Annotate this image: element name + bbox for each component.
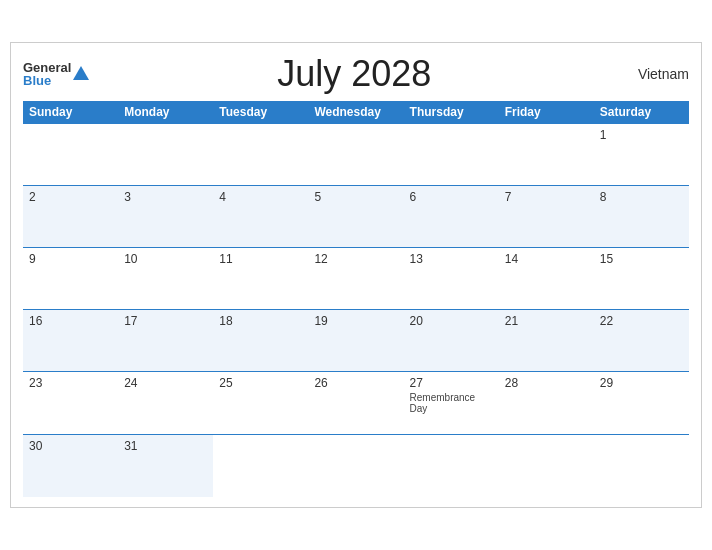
- day-number: 4: [219, 190, 226, 204]
- calendar-cell: 1: [594, 124, 689, 186]
- weekday-header-row: SundayMondayTuesdayWednesdayThursdayFrid…: [23, 101, 689, 124]
- calendar-cell: 7: [499, 186, 594, 248]
- week-row-3: 16171819202122: [23, 310, 689, 372]
- day-number: 17: [124, 314, 137, 328]
- day-number: 16: [29, 314, 42, 328]
- week-row-1: 2345678: [23, 186, 689, 248]
- calendar-cell: 15: [594, 248, 689, 310]
- calendar-cell: 14: [499, 248, 594, 310]
- event-label: Remembrance Day: [410, 392, 493, 414]
- weekday-header-sunday: Sunday: [23, 101, 118, 124]
- day-number: 12: [314, 252, 327, 266]
- calendar-cell: 11: [213, 248, 308, 310]
- calendar-cell: [594, 435, 689, 497]
- logo: General Blue: [23, 61, 89, 87]
- calendar-cell: [404, 124, 499, 186]
- calendar-cell: [499, 124, 594, 186]
- weekday-header-wednesday: Wednesday: [308, 101, 403, 124]
- calendar-cell: 25: [213, 372, 308, 435]
- calendar-cell: 4: [213, 186, 308, 248]
- day-number: 2: [29, 190, 36, 204]
- week-row-2: 9101112131415: [23, 248, 689, 310]
- calendar-cell: 6: [404, 186, 499, 248]
- day-number: 11: [219, 252, 232, 266]
- day-number: 21: [505, 314, 518, 328]
- day-number: 30: [29, 439, 42, 453]
- day-number: 22: [600, 314, 613, 328]
- day-number: 24: [124, 376, 137, 390]
- week-row-5: 3031: [23, 435, 689, 497]
- calendar-cell: 30: [23, 435, 118, 497]
- calendar-cell: [118, 124, 213, 186]
- weekday-header-monday: Monday: [118, 101, 213, 124]
- calendar-cell: 9: [23, 248, 118, 310]
- calendar-cell: 8: [594, 186, 689, 248]
- calendar-table: SundayMondayTuesdayWednesdayThursdayFrid…: [23, 101, 689, 497]
- day-number: 10: [124, 252, 137, 266]
- day-number: 19: [314, 314, 327, 328]
- calendar-cell: 20: [404, 310, 499, 372]
- day-number: 26: [314, 376, 327, 390]
- calendar-cell: [23, 124, 118, 186]
- calendar-cell: 2: [23, 186, 118, 248]
- day-number: 29: [600, 376, 613, 390]
- calendar-cell: 12: [308, 248, 403, 310]
- weekday-header-saturday: Saturday: [594, 101, 689, 124]
- calendar-cell: [213, 435, 308, 497]
- calendar-cell: 21: [499, 310, 594, 372]
- calendar-cell: [213, 124, 308, 186]
- calendar-cell: 26: [308, 372, 403, 435]
- calendar-container: General Blue July 2028 Vietnam SundayMon…: [10, 42, 702, 508]
- calendar-cell: 5: [308, 186, 403, 248]
- day-number: 9: [29, 252, 36, 266]
- day-number: 20: [410, 314, 423, 328]
- logo-blue-text: Blue: [23, 74, 71, 87]
- calendar-cell: 23: [23, 372, 118, 435]
- weekday-header-friday: Friday: [499, 101, 594, 124]
- day-number: 15: [600, 252, 613, 266]
- calendar-cell: 19: [308, 310, 403, 372]
- day-number: 23: [29, 376, 42, 390]
- calendar-cell: 16: [23, 310, 118, 372]
- week-row-0: 1: [23, 124, 689, 186]
- calendar-cell: [308, 435, 403, 497]
- logo-triangle-icon: [73, 66, 89, 80]
- day-number: 6: [410, 190, 417, 204]
- day-number: 25: [219, 376, 232, 390]
- day-number: 8: [600, 190, 607, 204]
- day-number: 7: [505, 190, 512, 204]
- calendar-header: General Blue July 2028 Vietnam: [23, 53, 689, 95]
- calendar-cell: 31: [118, 435, 213, 497]
- day-number: 28: [505, 376, 518, 390]
- calendar-cell: [404, 435, 499, 497]
- calendar-cell: 13: [404, 248, 499, 310]
- calendar-cell: [308, 124, 403, 186]
- calendar-cell: 28: [499, 372, 594, 435]
- calendar-cell: 27Remembrance Day: [404, 372, 499, 435]
- calendar-cell: 22: [594, 310, 689, 372]
- calendar-cell: 17: [118, 310, 213, 372]
- day-number: 1: [600, 128, 607, 142]
- country-label: Vietnam: [619, 66, 689, 82]
- weekday-header-tuesday: Tuesday: [213, 101, 308, 124]
- calendar-cell: 10: [118, 248, 213, 310]
- day-number: 27: [410, 376, 423, 390]
- day-number: 31: [124, 439, 137, 453]
- day-number: 13: [410, 252, 423, 266]
- weekday-header-thursday: Thursday: [404, 101, 499, 124]
- day-number: 18: [219, 314, 232, 328]
- calendar-cell: 24: [118, 372, 213, 435]
- calendar-cell: 3: [118, 186, 213, 248]
- day-number: 14: [505, 252, 518, 266]
- calendar-cell: [499, 435, 594, 497]
- week-row-4: 2324252627Remembrance Day2829: [23, 372, 689, 435]
- calendar-cell: 29: [594, 372, 689, 435]
- calendar-cell: 18: [213, 310, 308, 372]
- day-number: 3: [124, 190, 131, 204]
- calendar-title: July 2028: [89, 53, 619, 95]
- day-number: 5: [314, 190, 321, 204]
